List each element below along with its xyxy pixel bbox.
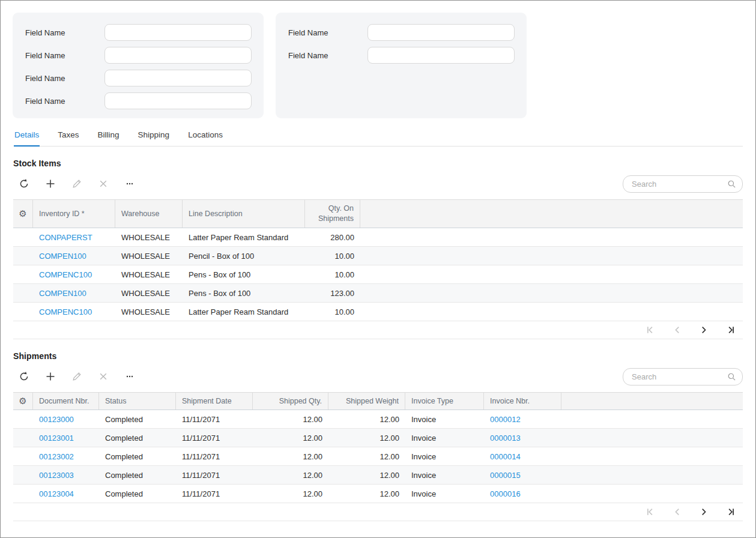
invoice-nbr-link: 0000013 [484, 434, 561, 443]
search-icon[interactable] [727, 180, 736, 189]
search-input[interactable] [631, 372, 727, 382]
table-row[interactable]: 00123004 Completed 11/11/2071 12.00 12.0… [13, 485, 743, 503]
shipments-grid: ⚙ Document Nbr. Status Shipment Date Shi… [13, 392, 743, 521]
column-header-status[interactable]: Status [99, 393, 176, 410]
more-actions-button[interactable] [124, 178, 135, 189]
stock-items-grid: ⚙ Inventory ID * Warehouse Line Descript… [13, 199, 743, 339]
add-row-button[interactable] [45, 178, 56, 189]
column-header-shipped-weight[interactable]: Shipped Weight [328, 393, 405, 410]
table-row[interactable]: 00123003 Completed 11/11/2071 12.00 12.0… [13, 466, 743, 485]
table-row[interactable]: 00123001 Completed 11/11/2071 12.00 12.0… [13, 429, 743, 447]
qty-cell: 10.00 [305, 252, 360, 261]
field-row: Field Name [25, 92, 264, 109]
refresh-button[interactable] [19, 371, 29, 382]
column-header-invoice-type[interactable]: Invoice Type [405, 393, 484, 410]
column-settings-gear-icon[interactable]: ⚙ [13, 393, 33, 410]
last-page-button[interactable] [726, 507, 736, 517]
tab-billing[interactable]: Billing [97, 127, 120, 146]
table-row[interactable]: 00123000 Completed 11/11/2071 12.00 12.0… [13, 410, 743, 429]
table-row[interactable]: COMPENC100 WHOLESALE Latter Paper Ream S… [13, 303, 743, 321]
previous-page-button[interactable] [672, 507, 682, 517]
invoice-nbr-link: 0000014 [484, 452, 561, 461]
column-header-qty-on-shipments[interactable]: Qty. On Shipments [305, 200, 360, 228]
page: Field Name Field Name Field Name Field N… [0, 0, 756, 538]
tab-taxes[interactable]: Taxes [57, 127, 79, 146]
line-description-cell: Latter Paper Ream Standard [183, 233, 305, 242]
stock-items-section: Stock Items ⚙ Inventory ID * Warehouse L… [13, 159, 743, 339]
tab-details[interactable]: Details [14, 127, 40, 147]
shipments-search [623, 368, 743, 385]
document-nbr-link: 00123001 [33, 434, 99, 443]
form-panel-right: Field Name Field Name [276, 13, 527, 118]
line-description-cell: Pens - Box of 100 [183, 289, 305, 298]
add-row-button[interactable] [45, 371, 56, 382]
field-label: Field Name [288, 51, 367, 60]
shipments-grid-header: ⚙ Document Nbr. Status Shipment Date Shi… [13, 393, 743, 410]
previous-page-button[interactable] [672, 325, 682, 335]
table-row[interactable]: CONPAPERST WHOLESALE Latter Paper Ream S… [13, 228, 743, 247]
search-input[interactable] [631, 179, 727, 189]
shipments-toolbar [13, 361, 743, 392]
column-header-shipped-qty[interactable]: Shipped Qty. [253, 393, 328, 410]
field-input[interactable] [367, 24, 515, 41]
table-row[interactable]: COMPENC100 WHOLESALE Pens - Box of 100 1… [13, 265, 743, 284]
last-page-button[interactable] [726, 325, 736, 335]
field-row: Field Name [288, 47, 527, 64]
tab-shipping[interactable]: Shipping [138, 127, 171, 146]
inventory-id-link: COMPEN100 [33, 252, 115, 261]
table-row[interactable]: 00123002 Completed 11/11/2071 12.00 12.0… [13, 447, 743, 466]
field-input[interactable] [367, 47, 515, 64]
field-input[interactable] [104, 24, 252, 41]
stock-items-title: Stock Items [13, 159, 743, 168]
field-label: Field Name [25, 28, 104, 37]
tab-locations[interactable]: Locations [187, 127, 223, 146]
more-actions-button[interactable] [124, 371, 135, 382]
invoice-type-cell: Invoice [405, 471, 484, 480]
edit-row-button[interactable] [71, 371, 82, 382]
field-label: Field Name [25, 51, 104, 60]
next-page-button[interactable] [699, 325, 709, 335]
field-input[interactable] [104, 70, 252, 86]
delete-row-button[interactable] [98, 371, 109, 382]
field-input[interactable] [104, 92, 252, 109]
field-input[interactable] [104, 47, 252, 64]
document-nbr-link: 00123003 [33, 471, 99, 480]
warehouse-cell: WHOLESALE [115, 233, 183, 242]
column-settings-gear-icon[interactable]: ⚙ [13, 200, 33, 228]
table-row[interactable]: COMPEN100 WHOLESALE Pencil - Box of 100 … [13, 247, 743, 265]
shipped-weight-cell: 12.00 [328, 489, 405, 498]
field-label: Field Name [25, 74, 104, 83]
column-header-invoice-nbr[interactable]: Invoice Nbr. [484, 393, 561, 410]
refresh-button[interactable] [19, 178, 29, 189]
qty-cell: 123.00 [305, 289, 360, 298]
shipment-date-cell: 11/11/2071 [176, 415, 253, 424]
status-cell: Completed [99, 434, 176, 443]
inventory-id-link: CONPAPERST [33, 233, 115, 242]
column-header-filler [561, 393, 743, 410]
first-page-button[interactable] [645, 507, 655, 517]
search-icon[interactable] [727, 372, 736, 381]
line-description-cell: Latter Paper Ream Standard [183, 307, 305, 316]
first-page-button[interactable] [645, 325, 655, 335]
next-page-button[interactable] [699, 507, 709, 517]
shipped-weight-cell: 12.00 [328, 434, 405, 443]
invoice-type-cell: Invoice [405, 452, 484, 461]
status-cell: Completed [99, 489, 176, 498]
status-cell: Completed [99, 471, 176, 480]
inventory-id-link: COMPENC100 [33, 270, 115, 279]
invoice-type-cell: Invoice [405, 489, 484, 498]
field-label: Field Name [25, 97, 104, 106]
delete-row-button[interactable] [98, 178, 109, 189]
column-header-shipment-date[interactable]: Shipment Date [176, 393, 253, 410]
field-row: Field Name [288, 24, 527, 41]
table-row[interactable]: COMPEN100 WHOLESALE Pens - Box of 100 12… [13, 284, 743, 303]
warehouse-cell: WHOLESALE [115, 252, 183, 261]
column-header-line-description[interactable]: Line Description [183, 200, 305, 228]
edit-row-button[interactable] [71, 178, 82, 189]
shipments-pager [13, 503, 743, 521]
stock-items-toolbar [13, 168, 743, 199]
column-header-warehouse[interactable]: Warehouse [115, 200, 183, 228]
column-header-document-nbr[interactable]: Document Nbr. [33, 393, 99, 410]
warehouse-cell: WHOLESALE [115, 289, 183, 298]
column-header-inventory-id[interactable]: Inventory ID * [33, 200, 115, 228]
